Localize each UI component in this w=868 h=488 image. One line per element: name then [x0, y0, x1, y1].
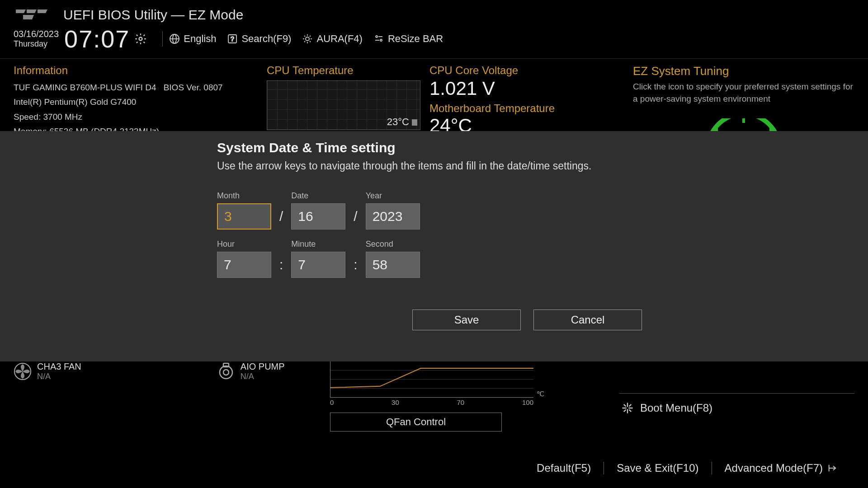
app-title: UEFI BIOS Utility — EZ Mode	[63, 7, 243, 23]
aio-pump-item: AIO PUMP N/A	[217, 361, 285, 381]
fan-graph-panel: ℃ 0 30 70 100 QFan Control	[330, 361, 533, 432]
boot-menu-button[interactable]: Boot Menu(F8)	[619, 394, 854, 422]
year-input[interactable]: 2023	[366, 203, 420, 230]
svg-point-28	[220, 366, 232, 379]
aura-tool[interactable]: AURA(F4)	[302, 33, 362, 45]
resizebar-tool[interactable]: ReSize BAR	[373, 33, 443, 45]
fan-axis-unit: ℃	[537, 390, 544, 398]
cpu-temp-graph: 23°C	[267, 80, 420, 130]
brand-logo	[14, 5, 50, 25]
fan-axis-0: 0	[330, 399, 334, 406]
hour-label: Hour	[217, 239, 271, 249]
advanced-mode-button[interactable]: Advanced Mode(F7)	[712, 462, 850, 474]
fan-axis-70: 70	[457, 399, 465, 406]
header-toolbar: 03/16/2023 Thursday 07:07 English ? Sear…	[0, 25, 868, 59]
globe-icon	[169, 33, 180, 44]
svg-marker-1	[27, 9, 37, 13]
svg-point-19	[376, 36, 377, 38]
cancel-button[interactable]: Cancel	[533, 310, 642, 330]
pump-icon	[217, 362, 235, 380]
modal-description: Use the arrow keys to navigate through t…	[217, 159, 624, 173]
header-time: 07:07	[64, 25, 130, 53]
info-board: TUF GAMING B760M-PLUS WIFI D4	[14, 80, 156, 95]
help-icon: ?	[227, 33, 238, 44]
month-label: Month	[217, 191, 271, 201]
language-selector[interactable]: English	[169, 33, 216, 45]
aura-label: AURA(F4)	[316, 33, 362, 45]
svg-line-16	[310, 41, 311, 42]
side-right-panel: Boot Menu(F8)	[619, 393, 854, 422]
aio-pump-label: AIO PUMP	[241, 361, 285, 372]
voltage-title: CPU Core Voltage	[429, 64, 633, 77]
mbtemp-title: Motherboard Temperature	[429, 102, 633, 115]
info-speed: Speed: 3700 MHz	[14, 110, 267, 124]
boot-menu-label: Boot Menu(F8)	[640, 402, 712, 414]
search-label: Search(F9)	[241, 33, 291, 45]
save-button[interactable]: Save	[412, 310, 521, 330]
svg-line-37	[624, 410, 626, 412]
cha3-fan-item: CHA3 FAN N/A	[14, 361, 81, 381]
header-day: Thursday	[14, 39, 59, 49]
svg-line-18	[310, 36, 311, 37]
fan-axis-100: 100	[522, 399, 533, 406]
settings-gear-icon[interactable]	[134, 33, 147, 45]
fan-curve	[330, 361, 533, 398]
resizebar-label: ReSize BAR	[388, 33, 443, 45]
sliders-icon	[373, 33, 384, 44]
header-bar: UEFI BIOS Utility — EZ Mode	[0, 0, 868, 25]
date-label: Date	[291, 191, 345, 201]
cpu-temp-title: CPU Temperature	[267, 64, 420, 77]
search-tool[interactable]: ? Search(F9)	[227, 33, 291, 45]
svg-line-17	[304, 41, 305, 42]
svg-marker-2	[38, 9, 47, 13]
svg-rect-30	[223, 363, 229, 367]
cha3-fan-label: CHA3 FAN	[37, 361, 81, 372]
cha3-fan-value: N/A	[37, 372, 81, 381]
save-exit-button[interactable]: Save & Exit(F10)	[604, 462, 711, 474]
modal-title: System Date & Time setting	[217, 140, 868, 155]
ez-tuning-title: EZ System Tuning	[633, 64, 854, 78]
svg-line-38	[629, 404, 632, 407]
header-date: 03/16/2023	[14, 29, 59, 39]
datetime-modal: System Date & Time setting Use the arrow…	[0, 131, 868, 361]
svg-marker-0	[16, 9, 26, 13]
ez-tuning-desc: Click the icon to specify your preferred…	[633, 81, 854, 105]
second-label: Second	[366, 239, 420, 249]
svg-line-35	[624, 404, 626, 407]
cpu-temp-value: 23°C	[387, 116, 417, 128]
info-title: Information	[14, 64, 267, 77]
year-label: Year	[366, 191, 420, 201]
hour-input[interactable]: 7	[217, 252, 271, 278]
aio-pump-value: N/A	[241, 372, 285, 381]
svg-text:?: ?	[231, 35, 235, 42]
month-input[interactable]: 3	[217, 203, 271, 230]
language-label: English	[184, 33, 216, 45]
second-input[interactable]: 58	[366, 252, 420, 278]
info-biosver: BIOS Ver. 0807	[164, 80, 223, 95]
fan-axis-30: 30	[392, 399, 399, 406]
minute-label: Minute	[291, 239, 345, 249]
default-button[interactable]: Default(F5)	[524, 462, 604, 474]
svg-line-15	[304, 36, 305, 37]
boot-icon	[621, 402, 634, 414]
svg-point-29	[223, 370, 229, 375]
svg-marker-3	[23, 15, 34, 19]
footer-bar: Default(F5) Save & Exit(F10) Advanced Mo…	[0, 462, 868, 474]
voltage-value: 1.021 V	[429, 78, 633, 99]
sun-icon	[302, 33, 313, 44]
qfan-control-button[interactable]: QFan Control	[330, 413, 502, 432]
fan-icon	[14, 362, 32, 380]
svg-line-36	[629, 410, 632, 412]
info-cpu: Intel(R) Pentium(R) Gold G7400	[14, 95, 267, 109]
date-input[interactable]: 16	[291, 203, 345, 230]
svg-point-4	[139, 38, 142, 41]
exit-arrow-icon	[827, 463, 837, 473]
minute-input[interactable]: 7	[291, 252, 345, 278]
svg-point-21	[380, 39, 382, 41]
svg-point-10	[306, 37, 309, 41]
